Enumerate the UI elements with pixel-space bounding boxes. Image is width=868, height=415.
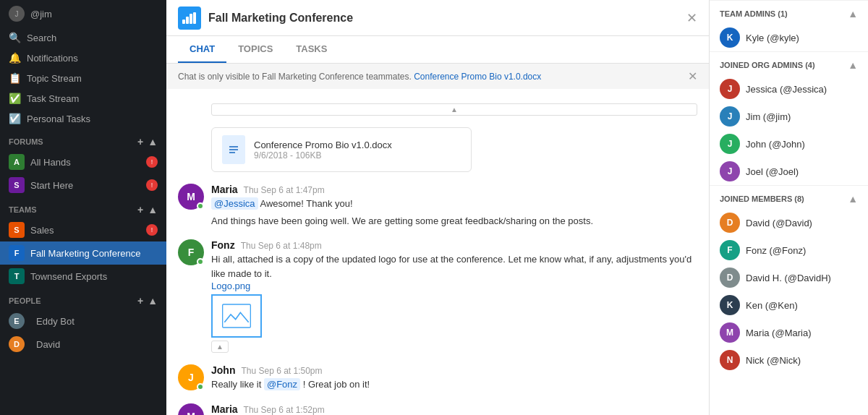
task-stream-item[interactable]: ✅ Task Stream (0, 88, 166, 108)
message-group: ▲ Conference Promo Bio v1.0.docx 9/6/201… (166, 95, 709, 178)
start-here-channel[interactable]: S Start Here ! (0, 174, 166, 197)
eddy-avatar-wrap: E (9, 313, 30, 329)
svg-rect-2 (190, 14, 192, 24)
sales-badge: ! (146, 224, 158, 236)
tab-topics[interactable]: TOPICS (226, 36, 284, 63)
message-group: J John Thu Sep 6 at 1:50pm Really like i… (166, 359, 709, 398)
start-here-label: Start Here (30, 180, 73, 191)
current-user[interactable]: J @jim (0, 0, 166, 27)
collapse-file-button[interactable]: ▲ (211, 103, 697, 116)
personal-tasks-item[interactable]: ☑️ Personal Tasks (0, 108, 166, 129)
fall-marketing-channel[interactable]: F Fall Marketing Conference (0, 241, 166, 265)
fall-marketing-avatar: F (9, 245, 25, 261)
notice-close-button[interactable]: ✕ (688, 69, 697, 83)
maria-avatar-rs: M (720, 322, 740, 343)
david-item[interactable]: D David (0, 333, 166, 356)
joined-org-admins-title: JOINED ORG ADMINS (4) (720, 61, 815, 69)
joined-org-admins-toggle[interactable]: ▲ (848, 59, 858, 71)
msg-content: Fonz Thu Sep 6 at 1:48pm Hi all, attache… (211, 239, 697, 353)
all-hands-badge: ! (146, 156, 158, 168)
svg-rect-0 (182, 20, 185, 24)
msg-text-2: And things have been going well. We are … (211, 214, 697, 228)
maria-avatar: M (178, 184, 204, 210)
notice-link[interactable]: Conference Promo Bio v1.0.docx (414, 72, 541, 82)
eddy-bot-item[interactable]: E Eddy Bot (0, 309, 166, 333)
people-label: PEOPLE (9, 296, 41, 305)
all-hands-avatar: A (9, 154, 25, 170)
file-attachment[interactable]: Conference Promo Bio v1.0.docx 9/6/2018 … (211, 127, 472, 172)
msg-time: Thu Sep 6 at 1:47pm (244, 185, 325, 195)
nick-avatar: N (720, 350, 740, 370)
add-forum-icon[interactable]: + (137, 136, 143, 147)
member-nick: N Nick (@Nick) (710, 346, 868, 374)
forums-label: FORUMS (9, 137, 43, 146)
sender-name: Maria (211, 403, 238, 415)
user-avatar: J (9, 6, 25, 22)
main-content: Fall Marketing Conference ✕ CHAT TOPICS … (166, 0, 709, 415)
forums-actions: + ▲ (137, 136, 158, 147)
eddy-avatar: E (9, 313, 25, 329)
collapse-image-button[interactable]: ▲ (211, 341, 229, 353)
member-john: J John (@John) (710, 130, 868, 158)
search-icon: 🔍 (9, 32, 21, 43)
townsend-avatar: T (9, 268, 25, 284)
member-ken: K Ken (@Ken) (710, 291, 868, 319)
channel-title: Fall Marketing Conference (208, 12, 353, 25)
joined-members-header: JOINED MEMBERS (8) ▲ (710, 185, 868, 209)
topic-stream-label: Topic Stream (27, 73, 82, 84)
start-here-badge: ! (146, 179, 158, 191)
forums-section: FORUMS + ▲ (0, 129, 166, 150)
msg-time: Thu Sep 6 at 1:50pm (241, 366, 322, 376)
kyle-avatar: K (720, 27, 740, 48)
member-joel: J Joel (@Joel) (710, 158, 868, 185)
msg-text: Hi all, attached is a copy of the update… (211, 252, 697, 281)
sender-name: Maria (211, 184, 238, 195)
channel-icon (178, 7, 201, 30)
add-team-icon[interactable]: + (137, 204, 143, 215)
jessica-name: Jessica (@Jessica) (746, 84, 827, 95)
teams-section: TEAMS + ▲ (0, 197, 166, 218)
member-fonz: F Fonz (@Fonz) (710, 236, 868, 264)
john-avatar: J (720, 134, 740, 154)
david-label: David (36, 339, 60, 350)
topic-stream-item[interactable]: 📋 Topic Stream (0, 68, 166, 88)
collapse-people-icon[interactable]: ▲ (148, 295, 158, 307)
team-admins-toggle[interactable]: ▲ (848, 8, 858, 20)
right-sidebar: TEAM ADMINS (1) ▲ K Kyle (@kyle) JOINED … (709, 0, 868, 415)
tab-chat[interactable]: CHAT (178, 36, 226, 63)
msg-content: John Thu Sep 6 at 1:50pm Really like it … (211, 364, 697, 392)
file-icon (222, 135, 245, 164)
msg-time: Thu Sep 6 at 1:52pm (244, 405, 325, 415)
sales-channel[interactable]: S Sales ! (0, 218, 166, 241)
collapse-teams-icon[interactable]: ▲ (148, 204, 158, 215)
joined-members-toggle[interactable]: ▲ (848, 193, 858, 205)
townsend-exports-channel[interactable]: T Townsend Exports (0, 265, 166, 288)
team-admins-title: TEAM ADMINS (1) (720, 9, 788, 18)
joel-name: Joel (@Joel) (746, 166, 799, 177)
msg-header: John Thu Sep 6 at 1:50pm (211, 364, 697, 376)
svg-rect-1 (186, 17, 189, 24)
teams-label: TEAMS (9, 205, 37, 214)
add-person-icon[interactable]: + (137, 295, 143, 307)
mention: @Fonz (264, 378, 300, 390)
maria-name: Maria (@Maria) (746, 328, 811, 338)
image-link[interactable]: Logo.png (211, 281, 697, 291)
sales-label: Sales (30, 225, 54, 236)
topic-icon: 📋 (9, 72, 21, 84)
teams-actions: + ▲ (137, 204, 158, 215)
msg-text: Really like it @Fonz ! Great job on it! (211, 377, 697, 392)
left-sidebar: J @jim 🔍 Search 🔔 Notifications 📋 Topic … (0, 0, 166, 415)
collapse-forums-icon[interactable]: ▲ (148, 136, 158, 147)
svg-rect-5 (223, 304, 251, 328)
member-david: D David (@David) (710, 209, 868, 236)
close-button[interactable]: ✕ (686, 10, 697, 26)
search-item[interactable]: 🔍 Search (0, 27, 166, 48)
nick-name: Nick (@Nick) (746, 355, 801, 366)
all-hands-channel[interactable]: A All Hands ! (0, 150, 166, 174)
msg-header: Maria Thu Sep 6 at 1:52pm (211, 403, 697, 415)
chat-messages: ▲ Conference Promo Bio v1.0.docx 9/6/201… (166, 89, 709, 415)
notifications-item[interactable]: 🔔 Notifications (0, 48, 166, 68)
tab-tasks[interactable]: TASKS (284, 36, 339, 63)
joined-org-admins-header: JOINED ORG ADMINS (4) ▲ (710, 51, 868, 75)
eddy-label: Eddy Bot (36, 316, 75, 327)
